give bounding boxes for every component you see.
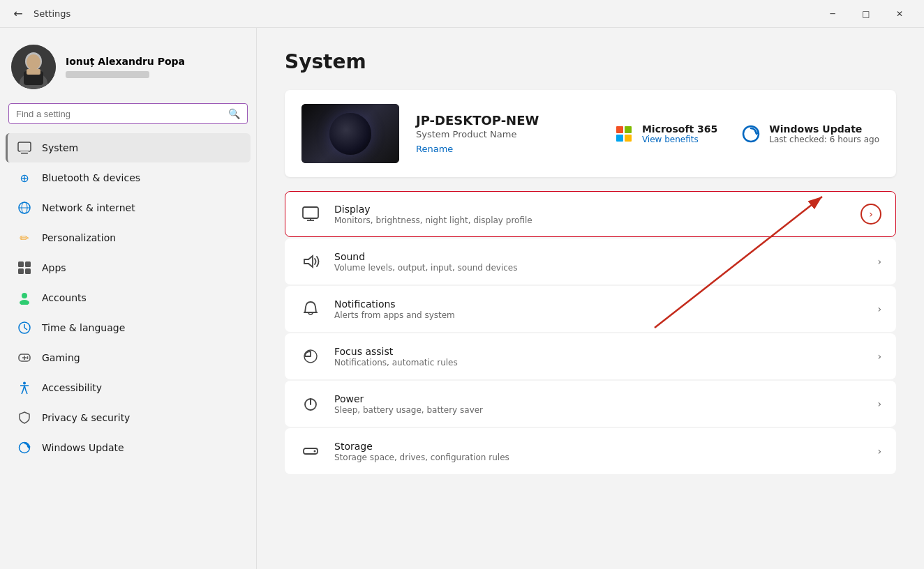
sidebar-item-accounts[interactable]: Accounts <box>6 283 251 312</box>
device-name: JP-DESKTOP-NEW <box>416 113 596 128</box>
sidebar-label-accessibility: Accessibility <box>42 382 102 393</box>
device-thumbnail <box>301 104 399 163</box>
svg-rect-14 <box>18 268 24 274</box>
microsoft365-logo <box>616 126 632 142</box>
svg-line-29 <box>24 386 26 390</box>
svg-point-25 <box>27 358 29 359</box>
search-box[interactable]: 🔍 <box>8 103 248 124</box>
sidebar-item-personalization[interactable]: ✏️ Personalization <box>6 223 251 252</box>
storage-sub: Storage space, drives, configuration rul… <box>334 453 865 462</box>
ms365-sq-green <box>625 126 632 133</box>
power-title: Power <box>334 393 865 404</box>
time-icon <box>17 320 32 335</box>
winupdate-text: Windows Update Last checked: 6 hours ago <box>769 123 879 144</box>
svg-rect-5 <box>27 69 40 75</box>
sidebar: Ionuț Alexandru Popa 🔍 System ⊕ Bluetoot… <box>0 28 257 569</box>
svg-rect-34 <box>303 207 318 218</box>
sidebar-label-time: Time & language <box>42 322 125 333</box>
sound-text: Sound Volume levels, output, input, soun… <box>334 251 865 273</box>
sound-icon <box>299 250 322 273</box>
device-extras: Microsoft 365 View benefits <box>613 123 879 145</box>
apps-icon <box>17 260 32 275</box>
titlebar: ← Settings ─ □ ✕ <box>0 0 924 28</box>
winupdate-extra-icon <box>740 123 762 145</box>
focus-icon <box>299 345 322 367</box>
sidebar-label-apps: Apps <box>42 262 66 273</box>
svg-rect-13 <box>25 261 31 267</box>
sidebar-label-personalization: Personalization <box>42 232 116 243</box>
storage-title: Storage <box>334 441 865 452</box>
profile-section[interactable]: Ionuț Alexandru Popa <box>0 36 256 103</box>
device-product: System Product Name <box>416 129 596 139</box>
display-sub: Monitors, brightness, night light, displ… <box>334 215 848 225</box>
svg-rect-8 <box>20 151 29 153</box>
sound-sub: Volume levels, output, input, sound devi… <box>334 263 865 273</box>
ms365-sub[interactable]: View benefits <box>642 135 717 144</box>
svg-point-43 <box>314 450 316 453</box>
setting-display[interactable]: Display Monitors, brightness, night ligh… <box>285 191 896 237</box>
svg-line-20 <box>24 328 27 330</box>
system-icon <box>17 140 32 155</box>
power-sub: Sleep, battery usage, battery saver <box>334 405 865 415</box>
sidebar-item-apps[interactable]: Apps <box>6 253 251 282</box>
focus-sub: Notifications, automatic rules <box>334 358 865 367</box>
personalization-icon: ✏️ <box>17 230 32 245</box>
setting-storage[interactable]: Storage Storage space, drives, configura… <box>285 428 896 474</box>
profile-email <box>66 71 149 78</box>
winupdate-sub: Last checked: 6 hours ago <box>769 135 879 144</box>
focus-chevron: › <box>877 351 881 362</box>
svg-rect-12 <box>18 261 24 267</box>
close-button[interactable]: ✕ <box>884 3 916 25</box>
minimize-button[interactable]: ─ <box>817 3 849 25</box>
sidebar-label-accounts: Accounts <box>42 292 87 303</box>
ms365-icon <box>613 123 635 145</box>
maximize-button[interactable]: □ <box>850 3 882 25</box>
setting-notifications[interactable]: Notifications Alerts from apps and syste… <box>285 286 896 332</box>
back-button[interactable]: ← <box>8 4 28 24</box>
display-chevron: › <box>860 204 881 225</box>
ms365-title: Microsoft 365 <box>642 123 717 135</box>
sidebar-item-windowsupdate[interactable]: Windows Update <box>6 433 251 462</box>
notifications-icon <box>299 298 322 320</box>
app-title: Settings <box>33 8 817 19</box>
accessibility-icon <box>17 380 32 395</box>
svg-marker-37 <box>304 256 313 267</box>
power-text: Power Sleep, battery usage, battery save… <box>334 393 865 415</box>
display-icon <box>299 203 322 225</box>
storage-text: Storage Storage space, drives, configura… <box>334 441 865 462</box>
network-icon <box>17 200 32 215</box>
power-chevron: › <box>877 398 881 409</box>
display-title: Display <box>334 204 848 215</box>
ms365-text: Microsoft 365 View benefits <box>642 123 717 144</box>
window-controls: ─ □ ✕ <box>817 3 916 25</box>
setting-power[interactable]: Power Sleep, battery usage, battery save… <box>285 381 896 427</box>
app-body: Ionuț Alexandru Popa 🔍 System ⊕ Bluetoot… <box>0 28 924 569</box>
ms365-item: Microsoft 365 View benefits <box>613 123 717 145</box>
setting-focus[interactable]: Focus assist Notifications, automatic ru… <box>285 333 896 379</box>
sidebar-item-bluetooth[interactable]: ⊕ Bluetooth & devices <box>6 163 251 192</box>
privacy-icon <box>17 410 32 425</box>
sidebar-item-system[interactable]: System <box>6 133 251 162</box>
gaming-icon <box>17 350 32 365</box>
avatar <box>11 45 56 89</box>
sidebar-item-privacy[interactable]: Privacy & security <box>6 403 251 432</box>
search-input[interactable] <box>16 109 223 119</box>
profile-info: Ionuț Alexandru Popa <box>66 56 185 78</box>
svg-point-26 <box>23 382 26 385</box>
winupdate-item: Windows Update Last checked: 6 hours ago <box>740 123 879 145</box>
sidebar-item-gaming[interactable]: Gaming <box>6 343 251 372</box>
sidebar-label-privacy: Privacy & security <box>42 412 130 423</box>
device-info: JP-DESKTOP-NEW System Product Name Renam… <box>416 113 596 154</box>
svg-point-16 <box>22 293 27 298</box>
svg-line-30 <box>22 390 23 394</box>
sidebar-label-windowsupdate: Windows Update <box>42 442 124 453</box>
sidebar-item-time[interactable]: Time & language <box>6 313 251 342</box>
svg-point-17 <box>20 300 29 305</box>
sidebar-item-network[interactable]: Network & internet <box>6 193 251 222</box>
notifications-text: Notifications Alerts from apps and syste… <box>334 298 865 320</box>
search-icon: 🔍 <box>228 108 240 119</box>
device-rename-link[interactable]: Rename <box>416 144 596 154</box>
svg-rect-7 <box>21 153 28 154</box>
sidebar-item-accessibility[interactable]: Accessibility <box>6 373 251 402</box>
setting-sound[interactable]: Sound Volume levels, output, input, soun… <box>285 238 896 284</box>
